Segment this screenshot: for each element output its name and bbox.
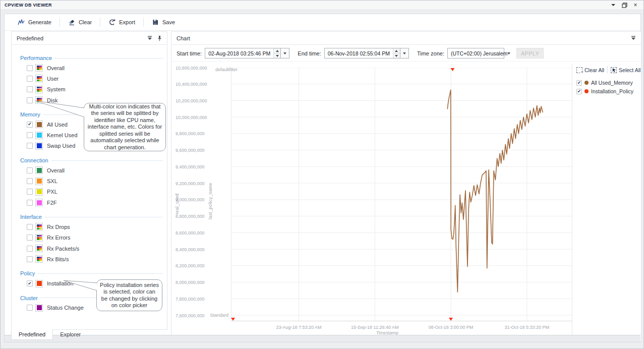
series-color-picker[interactable] <box>35 132 43 139</box>
legend-item-checkbox[interactable]: ✔ <box>576 80 582 86</box>
time-zone-select[interactable]: (UTC+02:00) Jerusalem <box>447 48 504 59</box>
series-checkbox[interactable]: ✔ <box>27 235 33 241</box>
x-axis-tick-label: 23-Aug-18 7:53:20 AM <box>266 325 332 330</box>
restore-window-button[interactable] <box>621 2 627 8</box>
start-time-spin-up[interactable] <box>274 48 280 53</box>
start-time-input[interactable]: 02-Aug-2018 03:25:46 PM <box>205 48 281 59</box>
end-time-spin-down[interactable] <box>393 53 400 58</box>
sidebar-section-title: Connection <box>20 157 48 163</box>
caret-down-icon <box>611 4 615 6</box>
multicolor-series-icon[interactable] <box>35 64 43 72</box>
series-color-picker[interactable] <box>35 178 43 185</box>
window-menu-button[interactable] <box>610 2 616 8</box>
end-time-input[interactable]: 06-Nov-2018 02:55:04 PM <box>324 48 400 59</box>
spin-up-icon <box>276 50 279 52</box>
sidebar-section-title: Memory <box>20 111 40 118</box>
series-checkbox[interactable]: ✔ <box>27 76 33 82</box>
series-label: Rx Drops <box>47 224 70 230</box>
end-time-spin-up[interactable] <box>393 48 400 53</box>
check-icon: ✔ <box>577 81 581 85</box>
save-button[interactable]: Save <box>144 17 183 27</box>
series-checkbox[interactable]: ✔ <box>27 167 33 173</box>
series-label: Disk <box>47 97 57 103</box>
spin-up-icon <box>395 50 398 52</box>
series-list-item: ✔F2F <box>20 197 163 208</box>
series-color-picker[interactable] <box>35 280 43 287</box>
app-window: Generate Clear Export <box>4 14 641 342</box>
select-all-button[interactable]: Select All <box>611 67 640 73</box>
legend-item-checkbox[interactable]: ✔ <box>576 89 582 94</box>
section-divider <box>38 273 163 274</box>
policy-event-marker <box>231 318 235 321</box>
series-color-picker[interactable] <box>35 188 43 196</box>
y-axis-tick-label: 9,800,000,000 <box>175 131 204 136</box>
export-label: Export <box>119 19 135 25</box>
series-checkbox[interactable]: ✔ <box>27 65 33 71</box>
save-icon <box>152 19 159 26</box>
sidebar-section-header: Connection <box>20 156 163 165</box>
close-window-button[interactable]: × <box>632 2 638 8</box>
series-checkbox[interactable]: ✔ <box>27 256 33 262</box>
multicolor-series-icon[interactable] <box>35 86 43 93</box>
multicolor-series-icon[interactable] <box>35 96 43 104</box>
x-axis-tick-label: 31-Oct-18 5:33:20 PM <box>494 325 560 330</box>
series-checkbox[interactable]: ✔ <box>27 224 33 230</box>
series-color-picker[interactable] <box>35 166 43 174</box>
collapse-panel-icon[interactable] <box>631 36 636 40</box>
y-axis-tick-label: 10,400,000,000 <box>175 82 204 87</box>
tab-predefined[interactable]: Predefined <box>11 329 53 340</box>
y-axis-title-left: real_used <box>174 169 180 214</box>
series-checkbox[interactable]: ✔ <box>27 246 33 252</box>
series-color-picker[interactable] <box>35 199 43 206</box>
y-axis-title-right: last_policy_name <box>208 159 213 219</box>
apply-button[interactable]: APPLY <box>516 48 544 59</box>
clear-button[interactable]: Clear <box>60 17 100 27</box>
chevron-down-icon <box>283 52 286 54</box>
series-checkbox[interactable]: ✔ <box>27 132 33 138</box>
series-checkbox[interactable]: ✔ <box>27 178 33 184</box>
series-checkbox[interactable]: ✔ <box>27 280 33 286</box>
series-label: System <box>47 86 66 92</box>
series-checkbox[interactable]: ✔ <box>27 143 33 149</box>
policy-info-callout: Policy installation series is selected, … <box>96 279 162 311</box>
series-color-picker[interactable] <box>35 142 43 150</box>
clear-all-button[interactable]: + Clear All <box>576 67 604 73</box>
series-checkbox[interactable]: ✔ <box>27 97 33 103</box>
multicolor-series-icon[interactable] <box>35 245 43 252</box>
series-checkbox[interactable]: ✔ <box>27 305 33 311</box>
series-color-picker[interactable] <box>35 304 43 312</box>
series-label: Kernel Used <box>47 132 78 138</box>
start-time-value: 02-Aug-2018 03:25:46 PM <box>205 48 273 58</box>
multicolor-series-icon[interactable] <box>35 255 43 263</box>
multicolor-series-icon[interactable] <box>35 223 43 230</box>
policy-event-marker <box>450 68 454 71</box>
series-checkbox[interactable]: ✔ <box>27 122 33 128</box>
start-time-spin-down[interactable] <box>274 53 280 58</box>
tab-explorer[interactable]: Explorer <box>53 330 88 340</box>
export-button[interactable]: Export <box>100 17 143 27</box>
start-time-dropdown-button[interactable] <box>281 48 289 59</box>
memory-series-line <box>447 90 543 292</box>
title-bar: CPVIEW DB VIEWER × <box>1 1 643 10</box>
pin-panel-icon[interactable] <box>157 35 162 41</box>
eraser-icon <box>68 19 75 26</box>
series-checkbox[interactable]: ✔ <box>27 189 33 195</box>
legend-items: ✔All Used_Memory✔Installation_Policy <box>576 80 641 94</box>
series-label: F2F <box>47 200 57 206</box>
y-axis-tick-label: 8,800,000,000 <box>175 214 204 219</box>
chart-controls: Start time: 02-Aug-2018 03:25:46 PM End … <box>171 45 641 62</box>
series-checkbox[interactable]: ✔ <box>27 86 33 92</box>
multicolor-series-icon[interactable] <box>35 75 43 82</box>
collapse-panel-icon[interactable] <box>147 36 152 40</box>
series-list-item: ✔PXL <box>20 187 163 197</box>
legend-separator <box>607 66 608 74</box>
main-toolbar: Generate Clear Export <box>5 14 640 31</box>
series-list-item: ✔Rx Drops <box>20 221 163 232</box>
end-time-dropdown-button[interactable] <box>400 48 409 59</box>
series-checkbox[interactable]: ✔ <box>27 200 33 206</box>
generate-button[interactable]: Generate <box>10 17 60 27</box>
sidebar-section-title: Cluster <box>20 295 38 301</box>
multicolor-series-icon[interactable] <box>35 234 43 242</box>
series-list-item: ✔User <box>20 73 163 84</box>
series-color-picker[interactable] <box>35 121 43 128</box>
